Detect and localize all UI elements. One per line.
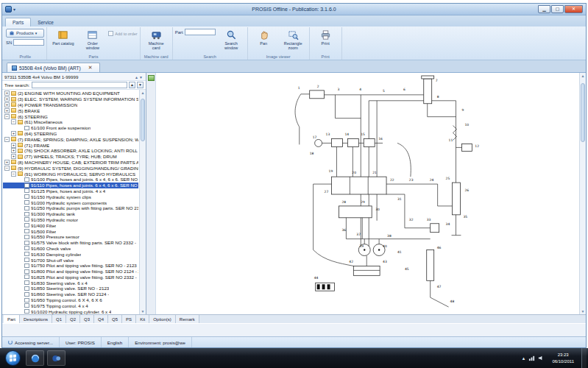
tray-expand-icon[interactable]: ▲ (521, 356, 525, 361)
tree-item[interactable]: 91/630 Damping cylinder (3, 251, 138, 257)
diagram-callout[interactable]: 12 (475, 144, 479, 148)
close-button[interactable]: ✕ (564, 5, 583, 13)
diagram-callout[interactable]: 41 (397, 250, 402, 254)
tree-item[interactable]: 91/800 Pilot and tipping valve fitting. … (3, 269, 138, 275)
expand-icon[interactable]: + (4, 160, 10, 165)
tree-item[interactable]: 91/850 Steering valve. SER NO - 2123 (3, 286, 138, 291)
tab-service[interactable]: Service (31, 18, 60, 26)
scroll-down-icon[interactable]: ▼ (140, 309, 146, 314)
diagram-callout[interactable]: 1 (298, 86, 300, 90)
tree-item[interactable]: 91/830 Steering valve. 6 x 4 (3, 280, 138, 286)
tree-item[interactable]: 91/500 Filter (3, 228, 138, 234)
scroll-up-icon[interactable]: ▲ (140, 91, 146, 95)
diagram-callout[interactable]: 4 (359, 88, 361, 91)
diagram-callout[interactable]: 47 (437, 285, 442, 289)
diagram-callout[interactable]: 30 (375, 208, 380, 211)
expand-icon[interactable]: + (4, 91, 10, 96)
tree-item[interactable]: 91/975 Tipping control. 4 x 4 (3, 302, 138, 308)
tree-item[interactable]: 91/700 Shut-off valve (3, 257, 138, 263)
tree-item[interactable]: 91/200 Hydraulic system components (3, 199, 138, 205)
tree-item[interactable]: +(77) WHEELS; TRACKS; TYRE; HUB; DRUM (3, 154, 138, 160)
diagram-callout[interactable]: 40 (383, 244, 387, 248)
tree-item[interactable]: 61/100 Front axle suspension (3, 125, 138, 131)
tree-item[interactable]: −(6) STEERING (3, 113, 138, 119)
viewer-scrollbar[interactable]: ▲ ▼ (579, 73, 586, 314)
tree-item[interactable]: 91/300 Hydraulic tank (3, 211, 138, 217)
diagram-callout[interactable]: 38 (387, 234, 392, 238)
image-viewer[interactable]: 1234567891011121314151617181920212223242… (146, 73, 586, 314)
search-window-button[interactable]: Search window (218, 28, 245, 52)
diagram-callout[interactable]: 26 (464, 188, 469, 192)
diagram-callout[interactable]: 46 (437, 246, 442, 250)
maximize-button[interactable]: ▢ (551, 5, 564, 13)
tree-item[interactable]: +(71) FRAME (3, 142, 138, 148)
diagram-callout[interactable]: 13 (326, 132, 330, 136)
tree-item[interactable]: +(4) POWER TRANSMISSION (3, 102, 138, 108)
document-tab[interactable]: 5350B 4x4 (Volvo BM) (ART) ✕ (7, 63, 100, 72)
tree-item[interactable]: −(61) Miscellaneous (3, 119, 138, 125)
diagram-callout[interactable]: 5 (383, 89, 385, 93)
tree-item[interactable]: 91/575 Valve block with fitting parts. S… (3, 240, 138, 246)
taskbar-app-prosis[interactable] (47, 350, 65, 366)
collapse-icon[interactable]: − (4, 137, 10, 142)
diagram-callout[interactable]: 25 (446, 177, 450, 180)
tree-item[interactable]: +(5) BRAKE (3, 107, 138, 113)
diagram-callout[interactable]: 33 (427, 218, 431, 222)
minimize-button[interactable]: ▁ (538, 5, 550, 13)
expand-icon[interactable]: + (11, 131, 16, 136)
diagram-callout[interactable]: 6 (403, 88, 405, 91)
bottom-tab-remark[interactable]: Remark (176, 315, 199, 323)
volume-icon[interactable] (538, 355, 545, 361)
print-button[interactable]: Print (312, 28, 339, 47)
close-tab-icon[interactable]: ✕ (86, 65, 95, 71)
bottom-tab-part[interactable]: Part (4, 315, 20, 323)
tree-item[interactable]: 91/950 Tipping control. 6 X 4, 6 X 6 (3, 297, 138, 303)
diagram-callout[interactable]: 23 (409, 178, 414, 182)
diagram-callout[interactable]: 7 (436, 79, 438, 82)
tab-parts[interactable]: Parts (5, 18, 31, 26)
diagram-callout[interactable]: 44 (314, 276, 319, 280)
machine-card-button[interactable]: Machine card (143, 28, 170, 52)
bottom-tab-q1[interactable]: Q1 (52, 315, 66, 323)
diagram-callout[interactable]: 45 (405, 267, 409, 271)
diagram-callout[interactable]: 32 (409, 218, 414, 222)
diagram-callout[interactable]: 21 (372, 171, 377, 174)
diagram-callout[interactable]: 2 (317, 85, 319, 88)
diagram-callout[interactable]: 19 (329, 169, 333, 173)
diagram-callout[interactable]: 28 (341, 200, 346, 204)
rectangle-zoom-button[interactable]: Rectangle zoom (280, 28, 307, 52)
diagram-callout[interactable]: 31 (397, 197, 402, 201)
tree-item[interactable]: 91/825 Pilot and tipping valve fitting. … (3, 275, 138, 280)
collapse-icon[interactable]: − (11, 171, 16, 177)
tree-item[interactable]: +(2) ENGINE WITH MOUNTING AND EQUIPMENT (3, 91, 138, 96)
diagram-callout[interactable]: 24 (430, 178, 434, 182)
diagram-callout[interactable]: 22 (390, 178, 394, 182)
diagram-canvas[interactable]: 1234567891011121314151617181920212223242… (276, 74, 511, 314)
diagram-callout[interactable]: 37 (356, 233, 361, 236)
diagram-callout[interactable]: 35 (463, 215, 467, 219)
tree-item[interactable]: −(91) WORKING HYDRAULICS; SERVO HYDRAULI… (3, 171, 138, 177)
tree-scrollbar[interactable]: ▲ ▼ (139, 90, 146, 314)
bottom-tab-ps[interactable]: PS (122, 315, 136, 323)
diagram-callout[interactable]: 14 (344, 132, 349, 136)
sn-input[interactable] (13, 39, 44, 46)
tree-item[interactable]: +(76) SHOCK ABSORBER; AXLE LOCKING; ANTI… (3, 148, 138, 154)
taskbar-app-browser[interactable] (26, 350, 44, 366)
diagram-callout[interactable]: 39 (359, 244, 364, 248)
collapse-panel-icon[interactable]: ▲▼ (135, 75, 144, 79)
diagram-callout[interactable]: 20 (352, 171, 356, 174)
diagram-callout[interactable]: 16 (378, 137, 383, 141)
collapse-icon[interactable]: − (4, 114, 10, 119)
show-desktop-button[interactable] (581, 348, 587, 368)
tree-item[interactable]: 91/350 Hydraulic motor (3, 217, 138, 223)
tree-item[interactable]: 91/150 Hydraulic system clips (3, 194, 138, 199)
bottom-tab-q2[interactable]: Q2 (66, 315, 80, 323)
bottom-tab-q3[interactable]: Q3 (80, 315, 94, 323)
expand-icon[interactable]: + (4, 102, 10, 107)
tree-search-input[interactable] (32, 82, 127, 88)
search-next-icon[interactable]: ▼ (137, 82, 144, 88)
add-to-order-checkbox[interactable] (108, 31, 113, 36)
part-catalog-button[interactable]: Part catalog (49, 28, 77, 47)
tree-item[interactable]: 91/100 Pipes, hoses and joints. 6 x 4, 6… (3, 177, 138, 183)
tree-item[interactable]: 91/860 Steering valve. SER NO 2124 - (3, 291, 138, 297)
